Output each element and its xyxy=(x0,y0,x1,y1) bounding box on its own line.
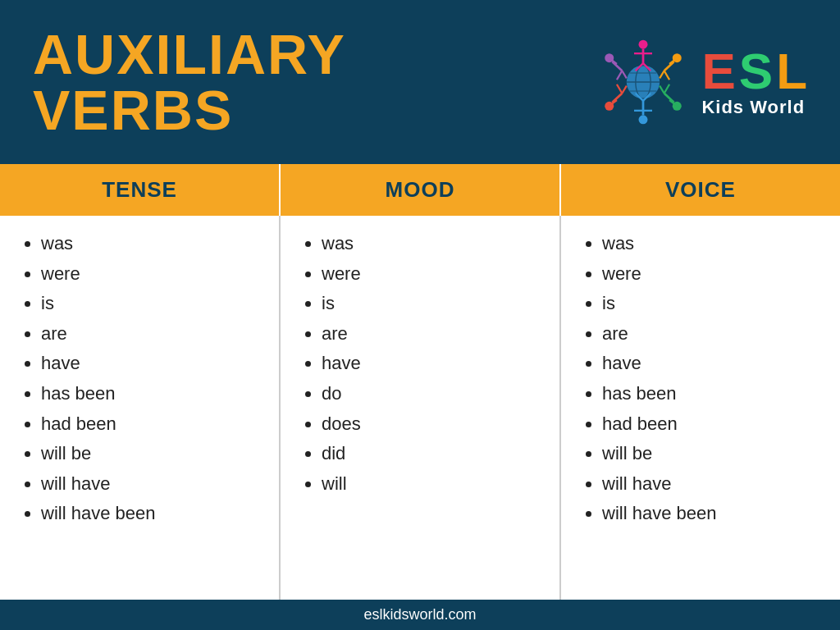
header: AUXILIARY VERBS xyxy=(0,0,840,164)
list-item: did xyxy=(322,442,535,466)
title-line2: VERBS xyxy=(33,82,346,138)
esl-text-block: E S L Kids World xyxy=(701,46,807,118)
list-item: has been xyxy=(41,382,254,406)
list-item: will xyxy=(322,472,535,496)
footer-url: eslkidsworld.com xyxy=(363,606,476,623)
esl-logo-icon xyxy=(598,37,688,127)
letter-s: S xyxy=(739,46,773,97)
svg-line-26 xyxy=(613,94,623,103)
svg-line-28 xyxy=(623,86,628,94)
list-item: have xyxy=(322,352,535,376)
col-header-tense: TENSE xyxy=(0,164,281,216)
mood-list: was were is are have do does did will xyxy=(305,232,535,495)
page-wrapper: AUXILIARY VERBS xyxy=(0,0,840,630)
list-item: will be xyxy=(41,442,254,466)
list-item: are xyxy=(322,322,535,346)
logo-block: E S L Kids World xyxy=(598,37,807,127)
svg-line-29 xyxy=(617,84,622,94)
svg-line-34 xyxy=(617,71,622,80)
list-item: will be xyxy=(602,442,815,466)
col-header-mood: MOOD xyxy=(281,164,561,216)
col-headers-row: TENSE MOOD VOICE xyxy=(0,164,840,216)
list-item: were xyxy=(41,262,254,286)
col-body-voice: was were is are have has been had been w… xyxy=(561,216,840,600)
footer: eslkidsworld.com xyxy=(0,600,840,630)
list-item: had been xyxy=(602,413,815,436)
list-item: was xyxy=(41,232,254,256)
list-item: do xyxy=(322,382,535,406)
col-header-voice: VOICE xyxy=(561,164,840,216)
svg-line-16 xyxy=(664,94,674,103)
svg-line-13 xyxy=(660,71,665,78)
svg-line-19 xyxy=(664,84,669,94)
list-item: were xyxy=(322,262,535,286)
letter-e: E xyxy=(701,46,735,97)
list-item: will have xyxy=(602,472,815,496)
list-item: will have been xyxy=(602,502,815,526)
letter-l: L xyxy=(776,46,807,97)
title-block: AUXILIARY VERBS xyxy=(33,26,346,138)
svg-line-33 xyxy=(623,71,628,78)
svg-line-11 xyxy=(664,62,674,71)
list-item: are xyxy=(41,322,254,346)
col-body-tense: was were is are have has been had been w… xyxy=(0,216,281,600)
list-item: was xyxy=(322,232,535,256)
svg-point-5 xyxy=(639,40,648,49)
svg-line-14 xyxy=(664,71,669,80)
list-item: is xyxy=(602,292,815,316)
list-item: had been xyxy=(41,413,254,436)
list-item: will have xyxy=(41,472,254,496)
list-item: will have been xyxy=(41,502,254,526)
list-item: were xyxy=(602,262,815,286)
voice-list: was were is are have has been had been w… xyxy=(586,232,815,526)
svg-line-31 xyxy=(613,62,623,71)
list-item: have xyxy=(41,352,254,376)
col-body-mood: was were is are have do does did will xyxy=(281,216,561,600)
list-item: have xyxy=(602,352,815,376)
list-item: does xyxy=(322,413,535,436)
list-item: was xyxy=(602,232,815,256)
cols-body: was were is are have has been had been w… xyxy=(0,216,840,600)
esl-letters: E S L xyxy=(701,46,807,97)
svg-point-20 xyxy=(639,115,648,124)
list-item: is xyxy=(41,292,254,316)
list-item: are xyxy=(602,322,815,346)
kids-world-text: Kids World xyxy=(701,97,805,118)
list-item: has been xyxy=(602,382,815,406)
tense-list: was were is are have has been had been w… xyxy=(25,232,254,526)
list-item: is xyxy=(322,292,535,316)
table-area: TENSE MOOD VOICE was were is are have ha… xyxy=(0,164,840,600)
title-line1: AUXILIARY xyxy=(33,26,346,82)
svg-line-18 xyxy=(660,86,665,94)
